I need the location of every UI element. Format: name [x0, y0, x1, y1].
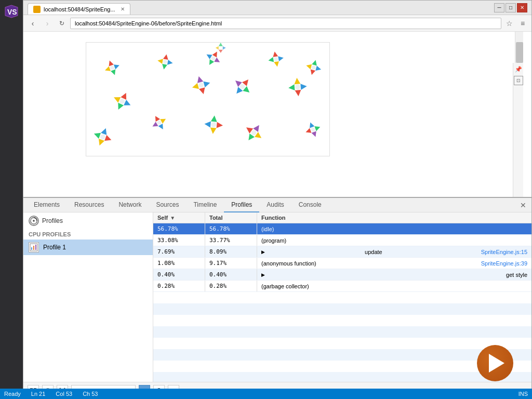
svg-marker-59	[210, 127, 217, 134]
cell-total-6: 0.28%	[205, 281, 257, 291]
svg-marker-60	[204, 121, 211, 128]
col-self-header[interactable]: Self ▼	[153, 212, 205, 223]
tab-resources[interactable]: Resources	[67, 198, 111, 212]
sort-arrow: ▼	[170, 215, 175, 221]
tab-elements[interactable]: Elements	[26, 198, 67, 212]
browser-tab[interactable]: localhost:50484/SpriteEng... ✕	[28, 3, 130, 15]
table-row[interactable]: 0.28% 0.28% (garbage collector)	[153, 281, 531, 292]
svg-marker-72	[219, 43, 223, 46]
maximize-btn[interactable]: □	[506, 3, 516, 12]
profiles-title: Profiles	[42, 217, 63, 224]
back-btn[interactable]: ‹	[26, 18, 39, 29]
cell-function-4: (anonymous function) SpriteEngine.js:39	[257, 258, 531, 269]
status-col: Col 53	[56, 391, 72, 397]
bookmark-btn[interactable]: ☆	[503, 18, 515, 29]
pin-icon[interactable]: 📌	[514, 65, 523, 74]
status-ln: Ln 21	[31, 391, 46, 397]
svg-marker-70	[305, 128, 312, 135]
svg-marker-75	[216, 46, 219, 50]
sprite-canvas	[86, 43, 329, 156]
cell-self-4: 1.08%	[153, 258, 205, 269]
table-header: Self ▼ Total Function	[153, 212, 531, 223]
svg-rect-79	[31, 247, 32, 250]
tab-title: localhost:50484/SpriteEng...	[44, 6, 115, 12]
table-row[interactable]: 7.69% 8.09% ▶ update SpriteEngine.js:15	[153, 246, 531, 258]
devtools-left-panel: Profiles CPU PROFILES Profile 1	[23, 212, 153, 382]
svg-marker-33	[203, 80, 211, 88]
address-input[interactable]	[70, 18, 501, 29]
file-link-3[interactable]: SpriteEngine.js:15	[481, 249, 527, 255]
svg-point-11	[163, 59, 167, 64]
svg-marker-58	[217, 122, 223, 129]
tab-console[interactable]: Console	[291, 198, 329, 212]
expand-arrow: ▶	[261, 249, 265, 255]
svg-marker-32	[196, 75, 204, 83]
svg-marker-50	[93, 131, 101, 139]
svg-marker-8	[167, 60, 173, 65]
menu-btn[interactable]: ≡	[517, 18, 528, 29]
svg-marker-23	[315, 65, 322, 72]
table-row[interactable]: 56.78% 56.78% (idle)	[153, 223, 531, 235]
cell-self-2: 33.08%	[153, 235, 205, 246]
tab-close-btn[interactable]: ✕	[121, 6, 125, 12]
svg-marker-9	[161, 64, 167, 70]
col-total-header[interactable]: Total	[205, 212, 257, 223]
expand-arrow: ▶	[261, 272, 265, 277]
svg-marker-29	[115, 103, 124, 111]
svg-marker-68	[314, 125, 321, 131]
status-bar: Ready Ln 21 Col 53 Ch 53 INS	[0, 389, 532, 399]
tab-audits[interactable]: Audits	[259, 198, 291, 212]
profile-1-item[interactable]: Profile 1	[23, 240, 153, 255]
table-row[interactable]: 0.40% 0.40% ▶ get style	[153, 269, 531, 281]
devtools-close-btn[interactable]: ✕	[518, 200, 528, 210]
window-controls: ─ □ ✕	[494, 3, 527, 12]
profile-item-label: Profile 1	[43, 244, 66, 251]
pluralsight-logo	[477, 345, 518, 387]
tab-profiles[interactable]: Profiles	[224, 198, 259, 212]
col-function-header: Function	[257, 212, 531, 223]
svg-marker-42	[294, 77, 300, 84]
cell-self-5: 0.40%	[153, 269, 205, 280]
tab-sources[interactable]: Sources	[149, 198, 186, 212]
svg-marker-67	[308, 122, 315, 128]
status-ins: INS	[518, 391, 528, 397]
ps-play-icon	[489, 354, 504, 373]
tab-favicon	[33, 6, 41, 13]
page-area	[23, 32, 523, 188]
cell-self-1: 56.78%	[153, 223, 205, 234]
close-btn[interactable]: ✕	[517, 3, 527, 12]
refresh-btn[interactable]: ↻	[56, 18, 68, 29]
cell-function-1: (idle)	[257, 224, 531, 234]
svg-marker-20	[268, 57, 274, 63]
tab-timeline[interactable]: Timeline	[186, 198, 224, 212]
svg-point-61	[211, 122, 217, 128]
svg-rect-80	[33, 246, 34, 250]
svg-marker-47	[101, 127, 109, 135]
vs-logo: VS	[2, 2, 21, 21]
svg-marker-18	[278, 55, 284, 61]
cell-self-3: 7.69%	[153, 246, 205, 257]
svg-marker-49	[97, 139, 104, 147]
status-ch: Ch 53	[83, 391, 98, 397]
svg-marker-43	[300, 83, 307, 90]
cell-total-4: 9.17%	[205, 258, 257, 269]
cell-total-2: 33.77%	[205, 235, 257, 246]
forward-btn[interactable]: ›	[41, 18, 54, 29]
minimize-btn[interactable]: ─	[494, 3, 504, 12]
browser-window: localhost:50484/SpriteEng... ✕ ─ □ ✕ ‹ ›…	[23, 0, 532, 399]
svg-marker-27	[121, 91, 129, 100]
svg-point-36	[198, 82, 204, 88]
table-row[interactable]: 33.08% 33.77% (program)	[153, 235, 531, 246]
svg-marker-48	[104, 135, 112, 143]
table-row[interactable]: 1.08% 9.17% (anonymous function) SpriteE…	[153, 258, 531, 269]
svg-marker-74	[219, 50, 223, 53]
devtools-panel: Elements Resources Network Sources Timel…	[23, 197, 531, 398]
file-link-4[interactable]: SpriteEngine.js:39	[481, 260, 527, 267]
svg-marker-7	[163, 54, 169, 60]
svg-marker-34	[199, 87, 207, 95]
cell-function-5: ▶ get style	[257, 270, 531, 280]
tab-network[interactable]: Network	[111, 198, 149, 212]
cell-function-2: (program)	[257, 235, 531, 246]
empty-rows	[153, 292, 531, 382]
undock-icon[interactable]: ⊡	[514, 76, 523, 85]
